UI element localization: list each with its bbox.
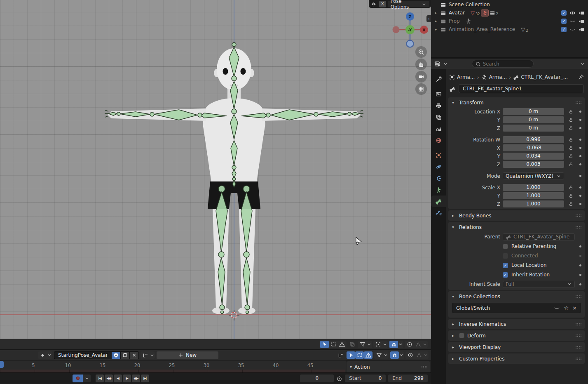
pose-options-dropdown[interactable]: Pose Options (388, 1, 429, 7)
outliner-row-avatar[interactable]: ▸ Avatar ▽ 32 2 (431, 9, 588, 17)
x-axis-toggle-button[interactable]: X (379, 1, 386, 7)
eye-closed-icon[interactable] (569, 18, 576, 24)
3d-viewport[interactable]: X Pose Options Z -Y X ‹ (0, 0, 431, 339)
auto-keying-button[interactable] (73, 375, 83, 382)
camera-icon[interactable] (579, 10, 585, 16)
dopesheet-filter-dropdown[interactable] (374, 351, 389, 359)
navigation-gizmo[interactable]: Z -Y X (392, 12, 428, 49)
transform-panel-header[interactable]: ▾ Transform (448, 97, 585, 108)
stopwatch-icon[interactable] (336, 375, 342, 382)
transform-pivot-dropdown[interactable] (373, 341, 388, 348)
animate-dot[interactable] (579, 155, 581, 157)
filter-dropdown[interactable] (358, 341, 372, 348)
outliner-row-prop[interactable]: ▸ Prop (431, 17, 588, 25)
animate-dot[interactable] (579, 195, 581, 197)
eye-closed-icon[interactable] (554, 305, 560, 311)
scale-x-field[interactable]: 1.000 (503, 184, 564, 191)
tweak-tool-icon[interactable] (320, 341, 329, 348)
panel-grip[interactable] (576, 335, 581, 337)
animate-dot[interactable] (579, 203, 581, 205)
keyframe-strip[interactable] (0, 370, 345, 372)
prev-keyframe-button[interactable]: ◀◆ (105, 375, 113, 382)
tab-physics[interactable] (431, 161, 446, 172)
scale-y-field[interactable]: 1.000 (503, 192, 564, 199)
start-frame-field[interactable]: Start 0 (345, 375, 386, 382)
bone-collection-item[interactable]: Global/Switch ☆ × (452, 303, 581, 313)
checkbox-icon[interactable] (561, 19, 567, 24)
duplicate-action-button[interactable] (121, 351, 130, 359)
animate-dot[interactable] (579, 283, 581, 285)
parent-bone-field[interactable]: CTRL_FK_Avatar_Spine (503, 233, 575, 240)
timeline-ruler[interactable]: 5 10 15 20 25 30 35 40 45 ▾ Action (0, 360, 431, 372)
lock-icon[interactable] (567, 109, 575, 114)
lock-icon[interactable] (567, 117, 575, 123)
current-frame-field[interactable]: 0 (300, 375, 334, 382)
panel-grip[interactable] (576, 214, 581, 217)
falloff-curve-icon[interactable] (414, 341, 422, 348)
viewport-zoom-button[interactable] (415, 46, 427, 58)
breadcrumb-armature[interactable]: Arma... (489, 74, 507, 80)
bone-collections-panel-header[interactable]: ▾ Bone Collections (448, 291, 585, 302)
auto-keying-dropdown[interactable] (83, 375, 91, 382)
location-z-field[interactable]: 0 m (503, 125, 564, 132)
action-browse-dropdown[interactable] (38, 351, 52, 359)
checkbox-icon[interactable] (561, 10, 567, 16)
animate-dot[interactable] (579, 163, 581, 165)
proportional-editing-icon[interactable] (405, 341, 414, 348)
inherit-rotation-checkbox[interactable]: Inherit Rotation (503, 272, 575, 278)
playhead[interactable] (0, 361, 4, 368)
tab-bone-constraints[interactable] (431, 207, 446, 219)
viewport-display-panel-header[interactable]: ▸ Viewport Display (448, 342, 585, 352)
location-x-field[interactable]: 0 m (503, 108, 564, 115)
location-y-field[interactable]: 0 m (503, 116, 564, 123)
outliner-row-scene-collection[interactable]: Scene Collection (431, 0, 588, 9)
expand-arrow-icon[interactable]: ▸ (433, 19, 438, 23)
action-panel-header[interactable]: ▾ Action (347, 361, 430, 372)
rotation-z-field[interactable]: 0.003 (503, 161, 564, 168)
tab-output[interactable] (431, 100, 446, 111)
panel-grip[interactable] (576, 358, 581, 360)
camera-icon[interactable] (579, 26, 585, 33)
animate-dot[interactable] (579, 127, 581, 129)
rotation-w-field[interactable]: 0.996 (503, 136, 564, 143)
chevron-down-icon[interactable] (399, 353, 404, 358)
relations-panel-header[interactable]: ▾ Relations (448, 222, 585, 232)
animate-dot[interactable] (579, 119, 581, 121)
end-frame-field[interactable]: End 299 (388, 375, 428, 382)
panel-grip[interactable] (576, 295, 581, 297)
deform-checkbox[interactable] (459, 333, 464, 338)
show-errors-icon[interactable] (364, 351, 372, 359)
panel-grip[interactable] (576, 101, 581, 104)
warning-toggle-icon[interactable] (337, 341, 346, 348)
expand-arrow-icon[interactable]: ▸ (433, 11, 438, 15)
jump-to-start-button[interactable]: |◀ (96, 375, 104, 382)
new-action-button[interactable]: New (157, 351, 218, 359)
action-slot-dropdown[interactable] (141, 351, 155, 359)
animate-dot[interactable] (579, 175, 581, 177)
close-icon[interactable]: × (572, 305, 577, 311)
eye-closed-icon[interactable] (569, 26, 576, 33)
star-icon[interactable]: ☆ (564, 305, 569, 311)
camera-icon[interactable] (579, 18, 585, 24)
local-location-checkbox[interactable]: Local Location (503, 262, 575, 268)
outliner-row-animation-area-reference[interactable]: ▸ Animation_Area_Reference ▽ 2 (431, 25, 588, 33)
lock-icon[interactable] (567, 185, 575, 190)
box-select-icon[interactable] (329, 341, 337, 348)
inverse-kinematics-panel-header[interactable]: ▸ Inverse Kinematics (448, 319, 585, 329)
tab-bone[interactable] (431, 196, 446, 207)
normalize-icon[interactable] (348, 341, 356, 348)
tab-view-layer[interactable] (431, 111, 446, 123)
breadcrumb-bone[interactable]: CTRL_FK_Avatar_... (521, 74, 568, 80)
rotation-x-field[interactable]: -0.068 (503, 144, 564, 151)
proportional-editing-icon[interactable] (406, 351, 415, 359)
rotation-mode-dropdown[interactable]: Quaternion (WXYZ) (503, 172, 564, 179)
lock-icon[interactable] (567, 201, 575, 207)
tab-object-data-armature[interactable] (431, 184, 446, 196)
active-armature-icon[interactable] (481, 9, 489, 16)
expand-arrow-icon[interactable]: ▸ (433, 27, 438, 31)
bendy-bones-panel-header[interactable]: ▸ Bendy Bones (448, 210, 585, 221)
next-keyframe-button[interactable]: ◆▶ (132, 375, 140, 382)
animate-dot[interactable] (579, 245, 581, 247)
tab-object[interactable] (431, 149, 446, 161)
chevron-down-icon[interactable] (398, 342, 403, 347)
